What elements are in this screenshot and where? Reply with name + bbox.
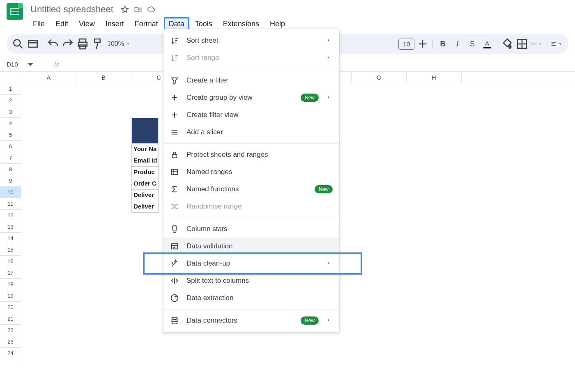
data-menu-data-connectors[interactable]: Data connectorsNew <box>163 312 339 329</box>
svg-point-9 <box>171 295 178 302</box>
data-menu-protect-sheets-and-ranges[interactable]: Protect sheets and ranges <box>163 146 339 163</box>
document-title[interactable]: Untitled spreadsheet <box>28 3 116 16</box>
row-header[interactable]: 11 <box>0 198 21 210</box>
font-size-increase-icon[interactable] <box>416 37 429 50</box>
row-header[interactable]: 9 <box>0 175 21 187</box>
column-header[interactable]: B <box>76 72 131 83</box>
filter-icon <box>170 76 179 85</box>
svg-rect-6 <box>172 154 177 158</box>
menu-format[interactable]: Format <box>130 17 163 31</box>
row-header[interactable]: 13 <box>0 221 21 233</box>
menu-item-label: Named functions <box>186 185 307 193</box>
row-header[interactable]: 10 <box>0 187 21 198</box>
row-header[interactable]: 21 <box>0 313 21 325</box>
menu-item-label: Randomise range <box>186 202 333 211</box>
cell[interactable]: Order C <box>132 178 158 190</box>
row-header[interactable]: 3 <box>0 106 21 118</box>
sigma-icon <box>170 185 179 194</box>
text-color-icon[interactable]: A <box>481 37 494 50</box>
menu-item-label: Named ranges <box>186 168 333 176</box>
menu-edit[interactable]: Edit <box>51 17 73 31</box>
data-menu-create-a-filter[interactable]: Create a filter <box>163 72 339 89</box>
submenu-arrow-icon <box>326 37 333 45</box>
bold-icon[interactable]: B <box>436 37 449 50</box>
row-header[interactable]: 19 <box>0 290 21 302</box>
shuffle-icon <box>170 202 179 211</box>
data-menu-create-filter-view[interactable]: Create filter view <box>163 106 339 124</box>
row-header[interactable]: 6 <box>0 141 21 152</box>
data-menu-dropdown: Sort sheetSort rangeCreate a filterCreat… <box>163 29 339 332</box>
row-header[interactable]: 4 <box>0 118 21 129</box>
menu-file[interactable]: File <box>28 17 50 31</box>
data-menu-data-extraction[interactable]: Data extraction <box>163 289 339 307</box>
svg-rect-7 <box>172 170 178 175</box>
row-header[interactable]: 14 <box>0 233 21 244</box>
menu-view[interactable]: View <box>74 17 100 31</box>
cell[interactable]: Deliver <box>132 190 158 201</box>
data-cells: Your NaEmail IdProducOrder CDeliverDeliv… <box>131 118 159 213</box>
menu-item-label: Split text to columns <box>186 277 333 285</box>
row-header[interactable]: 8 <box>0 164 21 175</box>
menu-insert[interactable]: Insert <box>101 17 129 31</box>
row-header[interactable]: 1 <box>0 83 21 95</box>
submenu-arrow-icon <box>326 259 333 268</box>
font-size-input[interactable]: 10 <box>398 39 414 50</box>
row-header[interactable]: 12 <box>0 210 21 221</box>
print-icon[interactable] <box>76 37 89 50</box>
cell[interactable]: Email Id <box>132 155 158 167</box>
data-menu-data-clean-up[interactable]: Data clean-up <box>163 255 339 272</box>
select-all-corner[interactable] <box>0 72 21 83</box>
cloud-status-icon[interactable] <box>147 5 155 14</box>
row-header[interactable]: 18 <box>0 279 21 290</box>
undo-icon[interactable] <box>46 37 60 50</box>
data-menu-named-functions[interactable]: Named functionsNew <box>163 181 339 198</box>
paint-format-icon[interactable] <box>91 37 104 50</box>
sheets-logo[interactable] <box>7 3 23 20</box>
borders-icon[interactable] <box>515 37 529 50</box>
cell[interactable]: Deliver <box>132 201 158 213</box>
data-menu-split-text-to-columns[interactable]: Split text to columns <box>163 272 339 289</box>
data-menu-column-stats[interactable]: Column stats <box>163 220 339 238</box>
star-icon[interactable] <box>121 5 129 14</box>
data-menu-randomise-range: Randomise range <box>163 198 339 215</box>
row-header[interactable]: 15 <box>0 244 21 256</box>
row-header[interactable]: 16 <box>0 256 21 267</box>
layout-icon[interactable] <box>26 37 39 50</box>
submenu-arrow-icon <box>326 316 333 325</box>
data-menu-named-ranges[interactable]: Named ranges <box>163 163 339 181</box>
row-header[interactable]: 7 <box>0 152 21 164</box>
merge-cells-icon[interactable] <box>530 37 543 50</box>
row-header[interactable]: 24 <box>0 348 21 359</box>
row-header[interactable]: 5 <box>0 129 21 141</box>
data-menu-add-a-slicer[interactable]: Add a slicer <box>163 124 339 141</box>
data-menu-sort-sheet[interactable]: Sort sheet <box>163 32 339 49</box>
cell[interactable]: Produc <box>132 167 158 178</box>
bulb-icon <box>170 225 179 234</box>
redo-icon[interactable] <box>61 37 74 50</box>
row-header[interactable]: 22 <box>0 325 21 336</box>
sort-sheet-icon <box>170 36 179 45</box>
row-header[interactable]: 2 <box>0 95 21 106</box>
validation-icon <box>170 242 179 251</box>
strikethrough-icon[interactable]: S <box>466 37 479 50</box>
name-box[interactable]: D10 <box>0 57 49 71</box>
row-header[interactable]: 17 <box>0 267 21 279</box>
column-header[interactable]: H <box>407 72 462 83</box>
data-menu-data-validation[interactable]: Data validation <box>163 238 339 255</box>
new-badge: New <box>301 316 319 325</box>
fill-color-icon[interactable] <box>501 37 514 50</box>
svg-rect-1 <box>28 41 37 47</box>
data-menu-create-group-by-view[interactable]: Create group by viewNew <box>163 89 339 106</box>
column-header[interactable]: A <box>21 72 76 83</box>
cell[interactable]: Your Na <box>132 144 158 155</box>
column-header[interactable]: G <box>352 72 407 83</box>
zoom-select[interactable]: 100% <box>106 40 132 48</box>
row-header[interactable]: 23 <box>0 336 21 348</box>
italic-icon[interactable]: I <box>451 37 464 50</box>
align-icon[interactable] <box>550 37 564 50</box>
row-header[interactable]: 20 <box>0 302 21 313</box>
submenu-arrow-icon <box>326 54 333 62</box>
search-icon[interactable] <box>12 37 25 50</box>
menu-item-label: Column stats <box>186 225 333 233</box>
move-folder-icon[interactable] <box>134 5 142 14</box>
